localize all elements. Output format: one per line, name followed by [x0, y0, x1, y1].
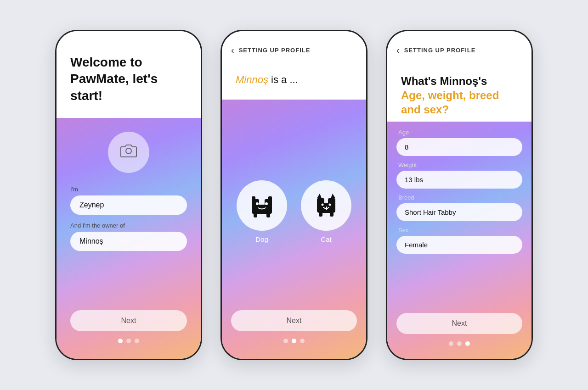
- screen3-body: Age Weight Breed Sex Next: [387, 122, 531, 359]
- svg-rect-7: [266, 213, 270, 217]
- screen3-navbar: ‹ SETTING UP PROFILE: [396, 40, 522, 65]
- dot-1: [118, 339, 123, 343]
- svg-rect-19: [326, 206, 327, 210]
- svg-rect-6: [254, 213, 257, 217]
- owner-label: I'm: [70, 186, 187, 193]
- screen1-next-button[interactable]: Next: [70, 310, 187, 331]
- pet-label: And I'm the owner of: [70, 222, 187, 229]
- dog-icon: [248, 192, 276, 219]
- dot-1: [449, 341, 453, 346]
- screen2-dots: [283, 339, 305, 343]
- screen3-dots: [396, 341, 522, 346]
- svg-point-0: [126, 148, 131, 154]
- screen2-question-text: Minnoş is a ...: [236, 74, 352, 86]
- cat-circle[interactable]: [301, 180, 351, 231]
- svg-point-9: [265, 202, 268, 205]
- screen3-next-button[interactable]: Next: [396, 313, 522, 334]
- screen3-header: ‹ SETTING UP PROFILE: [387, 31, 531, 65]
- breed-label: Breed: [398, 194, 522, 201]
- dog-choice[interactable]: Dog: [237, 180, 287, 243]
- pet-name-input[interactable]: [70, 232, 187, 251]
- svg-marker-13: [317, 194, 322, 198]
- screen3-phone: ‹ SETTING UP PROFILE What's Minnoş's Age…: [386, 30, 533, 360]
- screen2-next-button[interactable]: Next: [231, 310, 357, 331]
- svg-rect-4: [252, 196, 255, 202]
- svg-rect-5: [268, 196, 272, 202]
- welcome-title: Welcome to PawMate, let's start!: [70, 54, 187, 104]
- dot-3: [300, 339, 305, 343]
- svg-rect-16: [330, 212, 334, 217]
- screen1-body: I'm And I'm the owner of Next: [57, 118, 201, 359]
- screen2-question: Minnoş is a ...: [222, 65, 366, 100]
- dot-3: [465, 341, 470, 346]
- screen2-body: Dog: [222, 100, 366, 359]
- dog-circle[interactable]: [237, 180, 287, 231]
- dot-2: [292, 339, 296, 343]
- camera-icon: [120, 143, 137, 162]
- screen2-back-button[interactable]: ‹: [231, 45, 234, 56]
- screen3-nav-title: SETTING UP PROFILE: [404, 47, 476, 54]
- screen3-question: What's Minnoş's Age, weight, breed and s…: [387, 65, 531, 122]
- age-input[interactable]: [396, 138, 522, 156]
- screen3-question-black: What's Minnoş's: [401, 74, 518, 88]
- screen3-back-button[interactable]: ‹: [396, 45, 400, 56]
- screen2-navbar: ‹ SETTING UP PROFILE: [231, 40, 357, 65]
- screen2-header: ‹ SETTING UP PROFILE: [222, 31, 366, 65]
- age-label: Age: [398, 129, 522, 136]
- owner-input[interactable]: [70, 195, 187, 215]
- breed-input[interactable]: [396, 203, 522, 221]
- dot-3: [135, 339, 139, 343]
- cat-icon: [312, 192, 340, 219]
- screen1-dots: [118, 339, 139, 343]
- screen3-question-orange: Age, weight, breed and sex?: [401, 88, 518, 117]
- screen2-phone: ‹ SETTING UP PROFILE Minnoş is a ...: [220, 30, 368, 360]
- svg-rect-15: [319, 212, 322, 217]
- svg-marker-14: [331, 194, 335, 198]
- avatar-upload[interactable]: [108, 132, 149, 173]
- screen1-header: Welcome to PawMate, let's start!: [57, 31, 201, 118]
- pet-name-highlight: Minnoş: [236, 74, 268, 85]
- weight-input[interactable]: [396, 171, 522, 189]
- screen1-phone: Welcome to PawMate, let's start! I'm And…: [55, 30, 202, 360]
- svg-point-17: [322, 204, 324, 206]
- svg-point-8: [256, 202, 259, 205]
- cat-choice[interactable]: Cat: [301, 180, 351, 243]
- weight-label: Weight: [398, 162, 522, 168]
- pet-type-choices: Dog: [237, 113, 351, 310]
- sex-label: Sex: [398, 227, 522, 234]
- question-suffix: is a ...: [268, 74, 298, 85]
- sex-input[interactable]: [396, 236, 522, 254]
- cat-label: Cat: [321, 235, 331, 243]
- svg-point-18: [329, 204, 331, 206]
- dot-1: [283, 339, 288, 343]
- dot-2: [126, 339, 131, 343]
- dog-label: Dog: [255, 235, 268, 243]
- screen2-nav-title: SETTING UP PROFILE: [239, 47, 311, 54]
- dot-2: [457, 341, 462, 346]
